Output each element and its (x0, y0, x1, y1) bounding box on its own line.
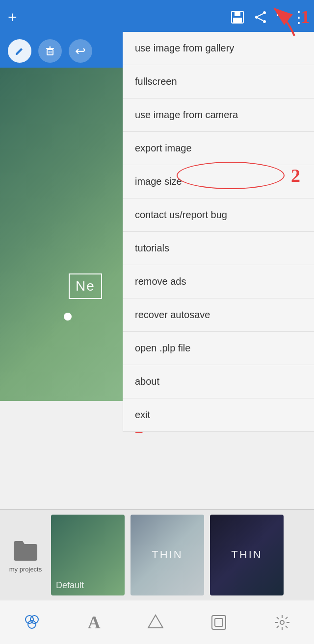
thumb-default-label: Default (56, 580, 84, 591)
svg-line-6 (258, 14, 263, 16)
menu-item-remove-ads[interactable]: remove ads (123, 265, 314, 298)
top-toolbar: + " ⋮ (0, 0, 314, 34)
menu-item-use-from-camera[interactable]: use image from camera (123, 99, 314, 132)
svg-rect-8 (47, 50, 53, 55)
nav-text-button[interactable]: A (88, 612, 101, 633)
svg-point-5 (263, 20, 266, 23)
canvas-text-box: Ne (69, 273, 102, 299)
bottom-nav: A (0, 600, 314, 644)
menu-item-recover-autosave[interactable]: recover autosave (123, 298, 314, 332)
menu-item-tutorials[interactable]: tutorials (123, 232, 314, 265)
svg-rect-1 (235, 11, 240, 16)
menu-item-contact-us[interactable]: contact us/report bug (123, 198, 314, 232)
more-options-button[interactable]: ⋮ (291, 8, 306, 26)
menu-item-use-from-gallery[interactable]: use image from gallery (123, 32, 314, 65)
menu-item-open-plp-file[interactable]: open .plp file (123, 332, 314, 365)
canvas-area[interactable]: Ne (0, 68, 128, 401)
nav-layers-button[interactable] (24, 614, 41, 631)
nav-shapes-button[interactable] (147, 614, 164, 631)
svg-line-24 (277, 617, 279, 619)
thumb-thin1[interactable]: THIN (131, 515, 204, 595)
dropdown-menu: use image from gallery fullscreen use im… (123, 32, 314, 432)
menu-item-image-size[interactable]: image size (123, 165, 314, 198)
svg-point-16 (28, 620, 36, 628)
edit-button[interactable] (8, 39, 31, 63)
folder-icon (12, 537, 39, 562)
svg-rect-18 (212, 616, 226, 629)
undo-button[interactable]: ↩ (69, 39, 92, 63)
svg-rect-19 (215, 619, 223, 626)
bottom-gallery: my projects Default THIN THIN (0, 509, 314, 600)
menu-item-export-image[interactable]: export image (123, 132, 314, 165)
share-button[interactable] (254, 10, 267, 24)
menu-item-exit[interactable]: exit (123, 398, 314, 432)
delete-button[interactable] (38, 39, 62, 63)
svg-line-7 (258, 18, 263, 21)
my-projects-button[interactable]: my projects (6, 537, 45, 573)
nav-effects-button[interactable] (274, 614, 290, 631)
svg-line-26 (286, 617, 288, 619)
menu-item-fullscreen[interactable]: fullscreen (123, 65, 314, 99)
thumb-default[interactable]: Default (51, 515, 125, 595)
quote-button[interactable]: " (276, 10, 282, 25)
add-button[interactable]: + (8, 8, 17, 26)
thumb-thin2-label: THIN (231, 548, 262, 561)
my-projects-label: my projects (9, 566, 42, 573)
svg-rect-2 (233, 18, 242, 23)
canvas-handle[interactable] (64, 313, 72, 321)
nav-frames-button[interactable] (210, 614, 227, 631)
save-button[interactable] (230, 10, 245, 25)
svg-point-4 (255, 16, 258, 19)
svg-point-3 (263, 11, 266, 14)
svg-marker-17 (148, 615, 163, 628)
svg-line-25 (286, 626, 288, 628)
svg-point-28 (280, 620, 284, 624)
svg-point-15 (30, 616, 38, 623)
menu-item-about[interactable]: about (123, 365, 314, 398)
thumb-thin2[interactable]: THIN (210, 515, 284, 595)
svg-line-27 (277, 626, 279, 628)
thumb-thin1-label: THIN (152, 548, 183, 561)
